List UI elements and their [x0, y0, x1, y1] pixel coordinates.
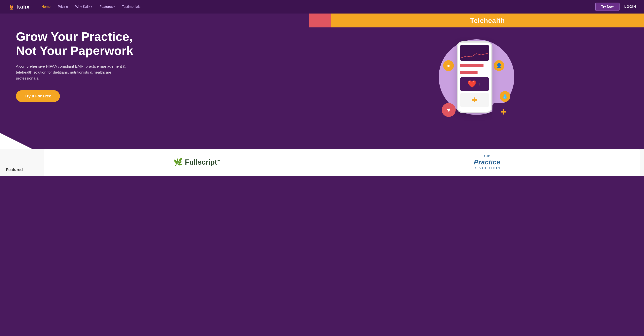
- float-heart-red-circle: ♥: [442, 103, 456, 117]
- phone-red-bar-2: [460, 71, 478, 74]
- hero-bottom: [0, 133, 644, 149]
- telehealth-orange-bar: Telehealth: [331, 14, 644, 28]
- telehealth-banner: Telehealth: [309, 14, 644, 28]
- circle-icon: ●: [447, 63, 450, 69]
- heart-icon: ♥: [447, 106, 450, 113]
- hero-content: Grow Your Practice, Not Your Paperwork A…: [16, 26, 151, 102]
- phone-plus-card: ✚: [460, 93, 489, 107]
- chart-line-svg: [462, 51, 488, 59]
- partners-left: Featured: [0, 149, 40, 176]
- plus-icon: +: [478, 81, 481, 87]
- login-button[interactable]: LOGIN: [624, 5, 636, 9]
- drop-icon: 💧: [502, 94, 508, 99]
- nav-link-home[interactable]: Home: [42, 5, 50, 9]
- nav-link-pricing[interactable]: Pricing: [58, 5, 68, 9]
- hero-illustration: ● 👤 💧: [435, 30, 518, 129]
- nav-link-testimonials[interactable]: Testimonials: [122, 5, 140, 9]
- hero-right-panel: Telehealth ● 👤 💧: [309, 14, 644, 133]
- try-now-button[interactable]: Try Now: [595, 2, 620, 11]
- partner-fullscript: 🌿 Fullscript™: [52, 152, 342, 172]
- practice-name-label: Practice: [474, 158, 500, 166]
- chevron-down-icon: ▾: [114, 6, 115, 8]
- nav-right: Try Now LOGIN: [595, 2, 636, 11]
- phone-screen: ❤️ + ✚: [458, 42, 491, 112]
- practice-revolution-label: Revolution: [474, 166, 500, 170]
- featured-label: Featured: [6, 168, 23, 172]
- phone-red-bar-1: [460, 64, 483, 67]
- logo-text: kalix: [17, 4, 30, 10]
- chevron-down-icon: ▾: [91, 6, 92, 8]
- phone-heart-card: ❤️ +: [460, 77, 489, 91]
- partner-practice-revolution: The Practice Revolution: [342, 149, 632, 176]
- phone-chart: [460, 45, 489, 61]
- fullscript-logo: 🌿 Fullscript™: [174, 158, 220, 166]
- fullscript-name: Fullscript™: [185, 158, 220, 166]
- telehealth-red-bar: [309, 14, 331, 28]
- practice-the-label: The: [474, 155, 500, 158]
- hero-title: Grow Your Practice, Not Your Paperwork: [16, 30, 151, 58]
- nav-link-features[interactable]: Features ▾: [100, 5, 115, 9]
- illustration-phone: ❤️ + ✚: [457, 41, 492, 113]
- nav-links: Home Pricing Why Kalix ▾ Features ▾ Test…: [42, 5, 589, 9]
- chat-plus-icon: ✚: [500, 108, 506, 116]
- person-icon: 👤: [496, 63, 502, 68]
- hero-section: Grow Your Practice, Not Your Paperwork A…: [0, 14, 644, 133]
- logo-link[interactable]: kalix: [8, 3, 30, 10]
- try-it-free-button[interactable]: Try It For Free: [16, 90, 60, 102]
- nav-link-why-kalix[interactable]: Why Kalix ▾: [75, 5, 92, 9]
- hero-subtitle: A comprehensive HIPAA compliant EMR, pra…: [16, 64, 131, 82]
- heart-plus-icon: ❤️: [468, 80, 476, 88]
- partners-logos: 🌿 Fullscript™ The Practice Revolution: [44, 149, 640, 176]
- flame-icon: [8, 3, 15, 10]
- partners-section: Featured 🌿 Fullscript™ The Practice Revo…: [0, 149, 644, 176]
- telehealth-label: Telehealth: [470, 17, 505, 24]
- practice-revolution-logo: The Practice Revolution: [474, 155, 500, 170]
- float-yellow-circle-right: 💧: [500, 91, 510, 102]
- leaf-icon: 🌿: [174, 158, 182, 166]
- navbar: kalix Home Pricing Why Kalix ▾ Features …: [0, 0, 644, 14]
- float-yellow-circle-left: ●: [443, 60, 454, 71]
- cross-icon: ✚: [472, 96, 477, 104]
- float-person-circle: 👤: [494, 60, 504, 71]
- float-chat-bubble: ✚: [492, 103, 514, 121]
